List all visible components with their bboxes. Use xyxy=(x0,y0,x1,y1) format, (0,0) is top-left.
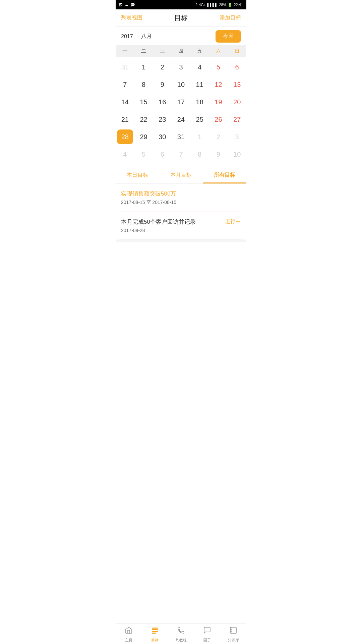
goal-date-2: 2017-09-28 xyxy=(121,228,196,233)
weekday-mon: 一 xyxy=(116,48,134,54)
cal-day-4-next[interactable]: 4 xyxy=(116,146,134,163)
cal-day-1-next[interactable]: 1 xyxy=(190,128,209,146)
page-title: 目标 xyxy=(174,13,188,22)
goal-date-1: 2017-08-15 至 2017-08-15 xyxy=(121,200,241,206)
cal-day-10-next[interactable]: 10 xyxy=(228,146,246,163)
cal-day-30[interactable]: 30 xyxy=(153,128,172,146)
goal-status-2: 进行中 xyxy=(225,218,241,225)
month-label: 八月 xyxy=(141,33,152,40)
year-month-display: 2017 八月 xyxy=(121,33,152,40)
cal-day-3[interactable]: 3 xyxy=(172,58,190,76)
photo-icon: 🖼 xyxy=(119,3,123,7)
cal-day-6-next[interactable]: 6 xyxy=(153,146,172,163)
list-view-button[interactable]: 列表视图 xyxy=(121,14,142,21)
cloud-icon: ☁ xyxy=(125,3,128,7)
message-icon: 💬 xyxy=(130,3,135,7)
cal-day-18[interactable]: 18 xyxy=(190,93,209,111)
cal-day-4[interactable]: 4 xyxy=(190,58,209,76)
today-button[interactable]: 今天 xyxy=(216,30,241,43)
cal-day-7[interactable]: 7 xyxy=(116,76,134,93)
cal-day-19[interactable]: 19 xyxy=(209,93,228,111)
cal-day-27[interactable]: 27 xyxy=(228,111,246,128)
calendar-grid: 31 1 2 3 4 5 6 7 8 9 10 11 12 13 14 15 1… xyxy=(116,57,246,166)
weekday-sat: 六 xyxy=(209,48,228,54)
tab-today-goal[interactable]: 本日目标 xyxy=(116,167,159,183)
goal-info-2: 本月完成50个客户回访并记录 2017-09-28 xyxy=(121,218,196,233)
cal-day-23[interactable]: 23 xyxy=(153,111,172,128)
goal-tabs: 本日目标 本月目标 所有目标 xyxy=(116,167,246,184)
goal-item-1[interactable]: 实现销售额突破500万 2017-08-15 至 2017-08-15 xyxy=(121,184,241,212)
cal-day-31-prev[interactable]: 31 xyxy=(116,58,134,76)
tab-all-goal[interactable]: 所有目标 xyxy=(203,167,246,183)
goal-title-1: 实现销售额突破500万 xyxy=(121,190,241,198)
network-type: 4G+ xyxy=(199,3,206,7)
weekday-fri: 五 xyxy=(190,48,209,54)
top-nav: 列表视图 目标 添加目标 xyxy=(116,9,246,27)
cal-day-24[interactable]: 24 xyxy=(172,111,190,128)
weekday-header: 一 二 三 四 五 六 日 xyxy=(116,45,246,57)
calendar-header: 2017 八月 今天 xyxy=(116,27,246,45)
cal-day-9[interactable]: 9 xyxy=(153,76,172,93)
cal-day-21[interactable]: 21 xyxy=(116,111,134,128)
clock: 22:41 xyxy=(234,3,243,7)
cal-day-1[interactable]: 1 xyxy=(134,58,153,76)
goal-item-2[interactable]: 本月完成50个客户回访并记录 2017-09-28 进行中 xyxy=(121,212,241,239)
status-info: 2 4G+ ▌▌▌▌ 28% 🔋 22:41 xyxy=(195,3,243,7)
cal-day-22[interactable]: 22 xyxy=(134,111,153,128)
cal-day-9-next[interactable]: 9 xyxy=(209,146,228,163)
cal-day-5[interactable]: 5 xyxy=(209,58,228,76)
cal-day-17[interactable]: 17 xyxy=(172,93,190,111)
cal-day-12[interactable]: 12 xyxy=(209,76,228,93)
status-bar: 🖼 ☁ 💬 2 4G+ ▌▌▌▌ 28% 🔋 22:41 xyxy=(116,0,246,9)
cal-day-26[interactable]: 26 xyxy=(209,111,228,128)
cal-day-7-next[interactable]: 7 xyxy=(172,146,190,163)
cal-day-16[interactable]: 16 xyxy=(153,93,172,111)
cal-day-14[interactable]: 14 xyxy=(116,93,134,111)
status-icons: 🖼 ☁ 💬 xyxy=(119,3,135,7)
goal-title-2: 本月完成50个客户回访并记录 xyxy=(121,218,196,226)
weekday-wed: 三 xyxy=(153,48,172,54)
add-goal-button[interactable]: 添加目标 xyxy=(220,14,241,21)
cal-day-29[interactable]: 29 xyxy=(134,128,153,146)
cal-day-28-today[interactable]: 28 xyxy=(117,129,133,144)
cal-day-31[interactable]: 31 xyxy=(172,128,190,146)
battery-percent: 28% xyxy=(219,3,226,7)
cal-day-8[interactable]: 8 xyxy=(134,76,153,93)
cal-day-5-next[interactable]: 5 xyxy=(134,146,153,163)
battery-icon: 🔋 xyxy=(228,3,232,7)
cal-day-25[interactable]: 25 xyxy=(190,111,209,128)
cal-day-2[interactable]: 2 xyxy=(153,58,172,76)
cal-day-13[interactable]: 13 xyxy=(228,76,246,93)
cal-day-3-next[interactable]: 3 xyxy=(228,128,246,146)
goal-list: 实现销售额突破500万 2017-08-15 至 2017-08-15 本月完成… xyxy=(116,184,246,239)
cal-day-6[interactable]: 6 xyxy=(228,58,246,76)
weekday-sun: 日 xyxy=(228,48,246,54)
sim-icon: 2 xyxy=(195,3,197,7)
signal-bars: ▌▌▌▌ xyxy=(207,3,218,7)
weekday-tue: 二 xyxy=(134,48,153,54)
cal-day-11[interactable]: 11 xyxy=(190,76,209,93)
cal-day-8-next[interactable]: 8 xyxy=(190,146,209,163)
year-label: 2017 xyxy=(121,34,133,40)
tab-month-goal[interactable]: 本月目标 xyxy=(159,167,203,183)
cal-day-15[interactable]: 15 xyxy=(134,93,153,111)
cal-day-20[interactable]: 20 xyxy=(228,93,246,111)
cal-day-2-next[interactable]: 2 xyxy=(209,128,228,146)
cal-day-10[interactable]: 10 xyxy=(172,76,190,93)
weekday-thu: 四 xyxy=(172,48,190,54)
